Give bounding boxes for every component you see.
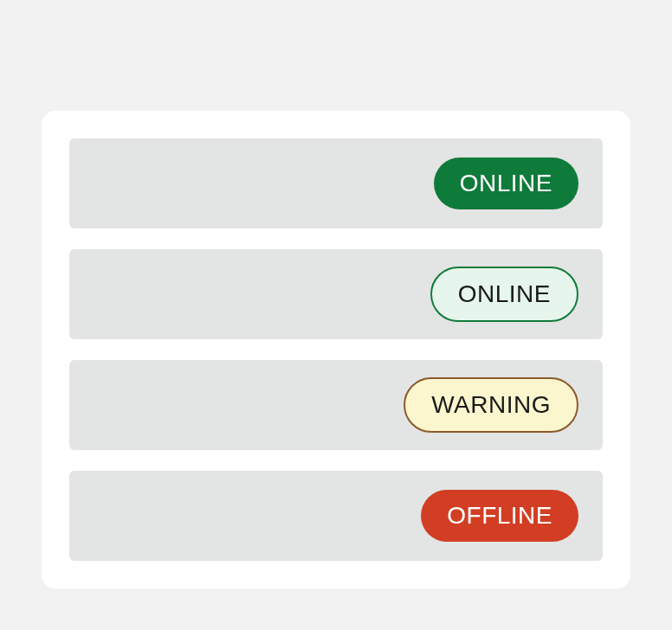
- status-row: OFFLINE: [69, 471, 603, 561]
- status-row: ONLINE: [69, 138, 603, 228]
- status-row: ONLINE: [69, 249, 603, 339]
- status-card: ONLINE ONLINE WARNING OFFLINE: [42, 111, 630, 588]
- status-badge-offline: OFFLINE: [421, 490, 578, 542]
- status-badge-online: ONLINE: [434, 158, 578, 209]
- status-badge-online-outline: ONLINE: [430, 267, 578, 322]
- status-row: WARNING: [69, 360, 603, 450]
- status-badge-warning: WARNING: [404, 377, 578, 433]
